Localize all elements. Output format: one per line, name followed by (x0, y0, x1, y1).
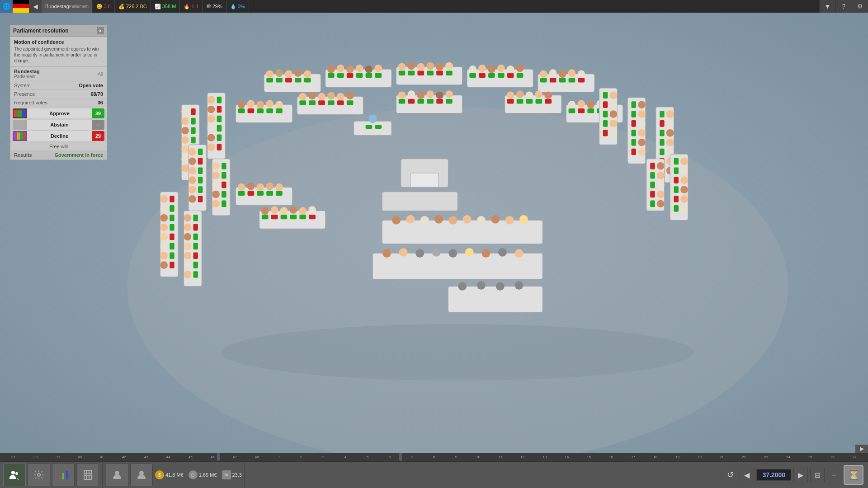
approve-count: 39 (92, 108, 104, 118)
svg-point-294 (280, 207, 288, 215)
svg-point-13 (304, 70, 311, 78)
svg-point-48 (478, 65, 486, 72)
money-stat: 💰 726.2 BC (115, 0, 151, 13)
svg-rect-249 (170, 252, 174, 259)
svg-point-104 (445, 90, 453, 98)
svg-point-238 (657, 172, 665, 179)
help-button[interactable]: ? (835, 0, 852, 13)
svg-rect-223 (674, 196, 678, 202)
svg-point-206 (189, 195, 196, 203)
svg-point-99 (398, 91, 406, 99)
decline-button[interactable]: Decline 29 (13, 131, 104, 141)
svg-point-21 (327, 66, 335, 73)
hourglass-button[interactable]: ⏳ (844, 465, 863, 485)
svg-point-315 (448, 249, 457, 258)
freewill-label[interactable]: Free will (10, 142, 107, 150)
required-votes-label: Required votes (14, 100, 47, 105)
svg-rect-65 (238, 108, 245, 113)
settings-button[interactable]: ⚙ (852, 0, 868, 13)
game-area[interactable] (0, 13, 868, 461)
happiness-stat: 😊 3.8 (93, 0, 115, 13)
results-label: Results (14, 152, 32, 158)
svg-point-283 (266, 183, 274, 190)
bottom-nav-building[interactable] (76, 464, 99, 486)
svg-point-317 (481, 249, 490, 258)
svg-rect-197 (198, 168, 203, 174)
svg-rect-2 (410, 173, 439, 187)
bottom-nav-people[interactable] (3, 464, 26, 486)
svg-point-304 (448, 216, 457, 225)
svg-point-86 (337, 93, 344, 101)
required-votes-row: Required votes 36 (10, 99, 107, 107)
svg-rect-96 (427, 99, 434, 103)
timeline[interactable]: 37 38 39 40 41 42 43 44 45 46 47 48 1 2 … (0, 453, 868, 461)
svg-point-89 (368, 115, 377, 123)
svg-point-241 (657, 200, 665, 208)
bottom-person2-btn[interactable] (130, 464, 153, 486)
approve-label: Approve (27, 108, 92, 118)
svg-rect-30 (417, 70, 424, 75)
svg-rect-196 (198, 158, 203, 165)
refresh-button[interactable]: ↺ (723, 468, 737, 482)
svg-point-147 (638, 120, 646, 127)
panel-close-button[interactable]: × (97, 27, 104, 34)
svg-rect-276 (248, 191, 255, 196)
svg-rect-144 (631, 149, 636, 155)
timeline-right-arrow[interactable]: ▶ (855, 445, 868, 453)
svg-point-136 (609, 120, 617, 127)
svg-rect-3 (264, 74, 321, 92)
svg-rect-77 (309, 100, 316, 105)
filter-button[interactable]: ▼ (819, 0, 835, 13)
svg-rect-90 (366, 125, 373, 129)
svg-point-133 (609, 91, 617, 99)
svg-point-321 (458, 282, 467, 291)
svg-point-22 (337, 65, 344, 72)
svg-point-229 (680, 195, 688, 203)
svg-rect-182 (191, 127, 195, 134)
bottom-nav-stats[interactable] (52, 464, 75, 486)
germany-flag (13, 0, 29, 13)
back-button[interactable]: ◀ (29, 0, 42, 13)
svg-point-270 (184, 243, 192, 250)
svg-point-225 (680, 158, 688, 165)
svg-point-251 (160, 195, 168, 203)
svg-point-60 (549, 69, 557, 77)
bottom-avatar-btn[interactable] (106, 464, 128, 486)
svg-rect-169 (217, 116, 222, 122)
svg-point-87 (346, 92, 354, 99)
svg-point-51 (507, 66, 514, 73)
svg-point-302 (420, 216, 429, 225)
next-date-button[interactable]: ▶ (793, 468, 808, 482)
svg-point-204 (189, 176, 196, 184)
svg-rect-80 (337, 100, 344, 105)
svg-rect-29 (408, 70, 415, 75)
decline-count: 29 (92, 131, 104, 141)
svg-rect-57 (569, 78, 576, 82)
svg-rect-208 (222, 163, 226, 169)
svg-rect-129 (603, 101, 608, 108)
prev-date-button[interactable]: ◀ (740, 468, 754, 482)
list-view-button[interactable]: ⊟ (810, 468, 825, 482)
svg-rect-119 (526, 99, 533, 103)
svg-rect-248 (170, 243, 174, 250)
svg-point-125 (535, 90, 542, 98)
svg-point-59 (540, 70, 547, 78)
svg-point-10 (275, 69, 283, 77)
approve-button[interactable]: Approve 39 (13, 108, 104, 118)
svg-point-137 (609, 129, 617, 137)
globe-icon[interactable]: 🌐 (0, 0, 13, 13)
svg-rect-55 (550, 78, 557, 82)
svg-rect-247 (170, 234, 174, 240)
zoom-out-button[interactable]: – (827, 468, 841, 482)
panel-title: Parliament resolution (13, 28, 69, 34)
svg-point-268 (184, 224, 192, 231)
bottom-nav-settings[interactable] (28, 464, 50, 486)
water-stat: 💧 0% (226, 0, 249, 13)
svg-point-292 (261, 207, 269, 215)
svg-rect-233 (650, 172, 655, 179)
svg-rect-128 (603, 92, 608, 99)
abstain-button[interactable]: Abstain – (13, 120, 104, 130)
all-tag[interactable]: All (98, 71, 103, 77)
svg-point-134 (609, 101, 617, 108)
svg-rect-69 (276, 108, 283, 113)
